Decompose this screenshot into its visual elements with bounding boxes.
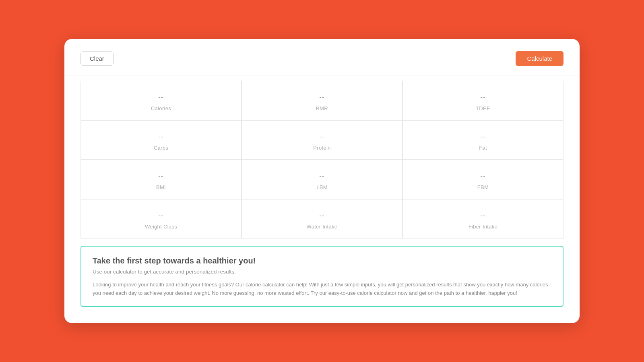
- result-label-bmi: BMI: [156, 184, 166, 190]
- clear-button[interactable]: Clear: [80, 51, 114, 66]
- calculate-button[interactable]: Calculate: [516, 51, 564, 66]
- result-label-water-intake: Water Intake: [307, 224, 338, 230]
- result-value-protein: --: [319, 133, 324, 141]
- result-value-tdee: --: [480, 93, 485, 101]
- result-card-fiber-intake: --Fiber Intake: [402, 199, 564, 239]
- result-card-carbs: --Carbs: [80, 120, 242, 160]
- info-box: Take the first step towards a healthier …: [80, 246, 564, 307]
- result-label-carbs: Carbs: [154, 145, 168, 151]
- result-label-fbm: FBM: [477, 184, 489, 190]
- result-card-bmr: --BMR: [242, 81, 402, 120]
- app-container: Clear Calculate --Calories--BMR--TDEE--C…: [64, 39, 580, 323]
- result-card-fat: --Fat: [402, 120, 564, 160]
- info-body: Looking to improve your health and reach…: [93, 280, 551, 298]
- result-label-fiber-intake: Fiber Intake: [469, 224, 497, 230]
- result-card-calories: --Calories: [80, 81, 242, 120]
- result-value-calories: --: [158, 93, 163, 101]
- result-card-bmi: --BMI: [80, 160, 242, 199]
- toolbar: Clear Calculate: [64, 51, 580, 76]
- result-label-weight-class: Weight Class: [145, 224, 177, 230]
- result-value-fbm: --: [480, 172, 485, 180]
- result-label-fat: Fat: [479, 145, 487, 151]
- result-value-fiber-intake: --: [480, 212, 485, 220]
- result-value-fat: --: [480, 133, 485, 141]
- result-value-weight-class: --: [158, 212, 163, 220]
- result-value-bmr: --: [319, 93, 324, 101]
- result-label-protein: Protein: [313, 145, 330, 151]
- result-card-tdee: --TDEE: [402, 81, 564, 120]
- result-label-calories: Calories: [151, 105, 171, 111]
- result-card-protein: --Protein: [242, 120, 402, 160]
- result-value-bmi: --: [158, 172, 163, 180]
- result-card-weight-class: --Weight Class: [80, 199, 242, 239]
- result-value-water-intake: --: [319, 212, 324, 220]
- result-label-lbm: LBM: [316, 184, 328, 190]
- result-label-bmr: BMR: [316, 105, 328, 111]
- info-title: Take the first step towards a healthier …: [93, 256, 551, 265]
- info-subtitle: Use our calculator to get accurate and p…: [93, 269, 551, 275]
- results-grid: --Calories--BMR--TDEE--Carbs--Protein--F…: [64, 81, 580, 239]
- result-card-lbm: --LBM: [242, 160, 402, 199]
- result-value-lbm: --: [319, 172, 324, 180]
- result-label-tdee: TDEE: [476, 105, 490, 111]
- result-card-water-intake: --Water Intake: [242, 199, 402, 239]
- result-value-carbs: --: [158, 133, 163, 141]
- result-card-fbm: --FBM: [402, 160, 564, 199]
